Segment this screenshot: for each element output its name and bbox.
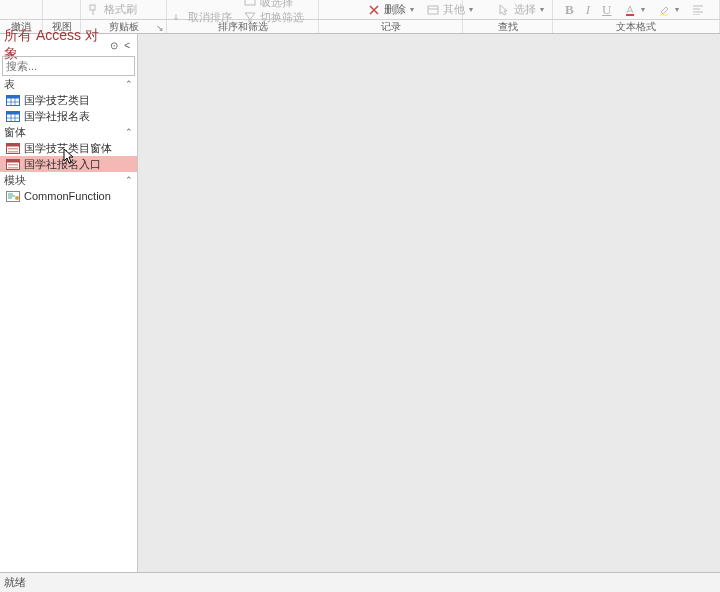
svg-rect-16 [8, 164, 18, 166]
nav-section-label: 窗体 [4, 125, 26, 140]
module-icon [6, 190, 20, 202]
select-button: 选择 ▾ [463, 2, 550, 17]
cursor-icon [497, 3, 511, 17]
group-clipboard: 剪贴板 ↘ [81, 20, 167, 33]
nav-form-item-selected[interactable]: 国学社报名入口 [0, 156, 137, 172]
nav-table-item[interactable]: 国学社报名表 [0, 108, 137, 124]
nav-section-tables[interactable]: 表 ⌃ [0, 76, 137, 92]
selection-icon [243, 0, 257, 9]
group-find: 查找 [463, 20, 553, 33]
chevron-down-icon: ▾ [410, 5, 414, 14]
nav-module-item[interactable]: CommonFunction [0, 188, 137, 204]
nav-pane-header[interactable]: 所有 Access 对象 ⊙ < [0, 34, 137, 56]
highlight-icon [657, 3, 671, 17]
table-icon [6, 94, 20, 106]
align-button [685, 3, 711, 17]
delete-button: 删除 ▾ [361, 2, 420, 17]
more-icon [426, 3, 440, 17]
group-undo: 撤消 [0, 20, 43, 33]
svg-rect-9 [7, 111, 20, 114]
format-painter-button: 格式刷 [81, 2, 166, 17]
nav-item-label: 国学社报名入口 [24, 157, 101, 172]
form-icon [6, 158, 20, 170]
nav-section-modules[interactable]: 模块 ⌃ [0, 172, 137, 188]
nav-section-label: 模块 [4, 173, 26, 188]
selection-button: 吸选择 [237, 0, 299, 10]
status-text: 就绪 [4, 575, 26, 590]
nav-search-box[interactable] [2, 56, 135, 76]
table-icon [6, 110, 20, 122]
nav-form-item[interactable]: 国学技艺类目窗体 [0, 140, 137, 156]
bold-button: B [559, 2, 580, 18]
ribbon-controls: 格式刷 吸选择 取消排序 切换筛选 [0, 0, 720, 20]
chevron-down-icon: ▾ [540, 5, 544, 14]
underline-button: U [596, 2, 617, 18]
svg-rect-15 [7, 159, 20, 162]
delete-label: 删除 [384, 2, 406, 17]
font-color-button: ▾ [617, 3, 651, 17]
status-bar: 就绪 [0, 572, 720, 592]
more-label: 其他 [443, 2, 465, 17]
svg-rect-3 [626, 14, 634, 16]
chevron-up-icon: ⌃ [125, 79, 133, 89]
svg-rect-17 [8, 167, 18, 169]
select-label: 选择 [514, 2, 536, 17]
form-icon [6, 142, 20, 154]
svg-point-19 [15, 196, 19, 200]
svg-rect-2 [428, 6, 438, 14]
chevron-up-icon: ⌃ [125, 175, 133, 185]
ribbon-group-labels: 撤消 视图 剪贴板 ↘ 排序和筛选 记录 查找 文本格式 [0, 20, 720, 34]
nav-item-label: 国学社报名表 [24, 109, 90, 124]
align-icon [691, 3, 705, 17]
nav-item-label: 国学技艺类目窗体 [24, 141, 112, 156]
format-painter-label: 格式刷 [104, 2, 137, 17]
navigation-pane: 所有 Access 对象 ⊙ < 表 ⌃ 国学技艺类目 国学社报名表 [0, 34, 138, 572]
chevron-up-icon: ⌃ [125, 127, 133, 137]
nav-section-forms[interactable]: 窗体 ⌃ [0, 124, 137, 140]
nav-section-label: 表 [4, 77, 15, 92]
nav-collapse-icon[interactable]: < [121, 40, 133, 51]
svg-rect-12 [8, 148, 18, 150]
chevron-down-icon: ▾ [675, 5, 679, 14]
group-sort-filter: 排序和筛选 [167, 20, 319, 33]
font-color-icon [623, 3, 637, 17]
paintbrush-icon [87, 3, 101, 17]
svg-rect-1 [245, 0, 255, 5]
highlight-button: ▾ [651, 3, 685, 17]
nav-table-item[interactable]: 国学技艺类目 [0, 92, 137, 108]
main-area: 所有 Access 对象 ⊙ < 表 ⌃ 国学技艺类目 国学社报名表 [0, 34, 720, 572]
chevron-down-icon: ▾ [641, 5, 645, 14]
dialog-launcher-icon[interactable]: ↘ [156, 23, 164, 33]
delete-x-icon [367, 3, 381, 17]
nav-item-label: CommonFunction [24, 190, 111, 202]
ascending-button [167, 0, 237, 10]
group-text-format: 文本格式 [553, 20, 720, 33]
group-records: 记录 [319, 20, 463, 33]
svg-rect-0 [90, 5, 95, 10]
svg-rect-11 [7, 143, 20, 146]
selection-label: 吸选择 [260, 0, 293, 10]
svg-rect-13 [8, 151, 18, 153]
svg-rect-7 [7, 95, 20, 98]
nav-search-input[interactable] [3, 57, 147, 75]
nav-item-label: 国学技艺类目 [24, 93, 90, 108]
workspace-area [138, 34, 720, 572]
italic-button: I [580, 2, 596, 18]
nav-filter-dropdown-icon[interactable]: ⊙ [107, 40, 121, 51]
svg-rect-4 [660, 14, 668, 16]
group-views: 视图 [43, 20, 81, 33]
